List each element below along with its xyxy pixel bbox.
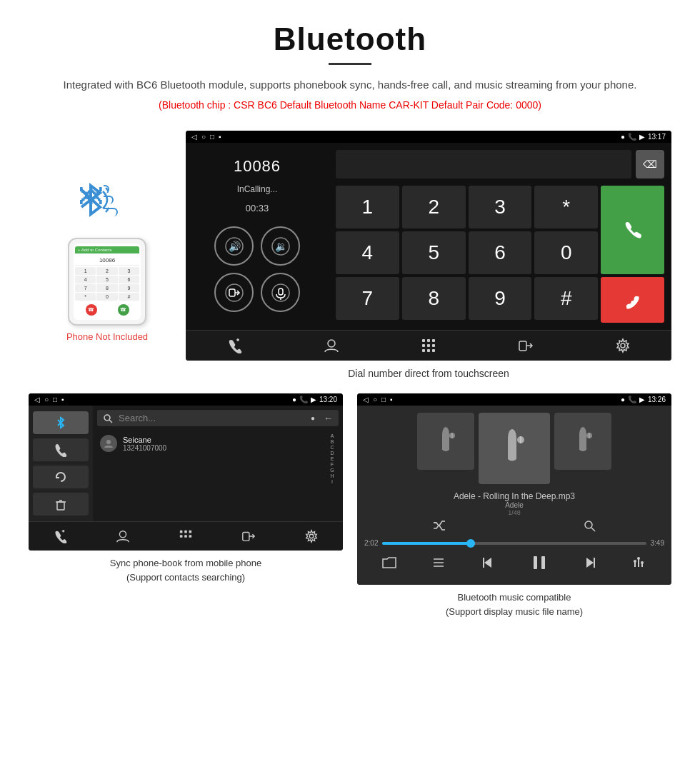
toolbar-contacts-icon[interactable] (324, 338, 339, 353)
pb-notif-icon[interactable]: ▪ (61, 396, 64, 403)
phone-key-0[interactable]: 0 (96, 293, 117, 301)
pb-toolbar-transfer[interactable] (241, 529, 256, 543)
toolbar-recent-icon[interactable] (226, 338, 242, 353)
phonebook-search-bar[interactable]: Search... ● ← (97, 410, 339, 426)
phone-column: ⯵ + Add to Contacts 10086 (29, 131, 186, 342)
dialer-input-field[interactable] (336, 150, 631, 179)
toolbar-keypad-icon[interactable] (421, 338, 436, 353)
key-8[interactable]: 8 (402, 277, 466, 320)
toolbar-transfer-icon[interactable] (518, 338, 534, 353)
volume-up-button[interactable]: 🔊 (214, 226, 254, 266)
folder-icon[interactable] (382, 556, 396, 573)
music-status-right: ● 📞 ▶ 13:26 (621, 396, 666, 403)
key-6[interactable]: 6 (469, 231, 532, 274)
phone-key-star[interactable]: * (75, 293, 96, 301)
svg-rect-13 (432, 339, 435, 342)
svg-rect-15 (427, 344, 430, 347)
pb-toolbar-recent[interactable] (53, 529, 67, 543)
pb-refresh-icon[interactable] (33, 466, 89, 488)
phone-key-5[interactable]: 5 (96, 276, 117, 283)
svg-rect-18 (427, 349, 430, 352)
contact-info: Seicane 13241007000 (123, 436, 166, 452)
pb-home-icon[interactable]: ○ (44, 396, 49, 403)
recents-icon[interactable]: □ (210, 133, 214, 141)
pb-back-icon[interactable]: ◁ (34, 396, 40, 403)
key-5[interactable]: 5 (402, 231, 466, 274)
backspace-button[interactable]: ⌫ (636, 150, 664, 179)
key-1[interactable]: 1 (336, 186, 399, 228)
end-call-button[interactable] (601, 277, 664, 323)
pb-contact-item[interactable]: Seicane 13241007000 (97, 431, 326, 456)
svg-rect-34 (184, 535, 187, 538)
key-3[interactable]: 3 (469, 186, 532, 228)
pb-bluetooth-icon[interactable] (33, 411, 89, 434)
notification-icon[interactable]: ▪ (219, 133, 221, 141)
pb-delete-icon[interactable] (33, 493, 89, 516)
phone-key-8[interactable]: 8 (96, 284, 117, 292)
dialer-number-display: 10086 (234, 157, 281, 176)
page-description: Integrated with BC6 Bluetooth module, su… (43, 76, 657, 94)
equalizer-icon[interactable] (632, 556, 646, 573)
key-2[interactable]: 2 (402, 186, 466, 228)
specs-text: (Bluetooth chip : CSR BC6 Default Blueto… (159, 99, 541, 111)
pb-toolbar-settings[interactable] (304, 529, 319, 543)
music-current-time: 2:02 (364, 539, 378, 547)
phone-key-4[interactable]: 4 (75, 276, 96, 283)
prev-icon[interactable] (481, 556, 495, 573)
music-home-icon[interactable]: ○ (373, 396, 377, 403)
svg-line-50 (591, 528, 595, 531)
music-phone-icon: 📞 (628, 396, 636, 403)
key-7[interactable]: 7 (336, 277, 399, 320)
pb-phone-sidebar-icon[interactable] (33, 438, 89, 461)
back-icon[interactable]: ◁ (191, 133, 197, 141)
music-recents-icon[interactable]: □ (381, 396, 386, 403)
key-hash[interactable]: # (534, 277, 598, 320)
phone-key-2[interactable]: 2 (96, 267, 117, 275)
music-search-icon[interactable] (583, 519, 596, 535)
list-icon[interactable] (431, 556, 446, 573)
phone-key-1[interactable]: 1 (75, 267, 96, 275)
shuffle-icon[interactable] (433, 519, 446, 535)
progress-track[interactable] (382, 542, 646, 545)
svg-point-26 (104, 415, 110, 421)
pb-status-left: ◁ ○ □ ▪ (34, 396, 64, 403)
pb-toolbar-keypad[interactable] (179, 529, 193, 543)
home-icon[interactable]: ○ (201, 133, 206, 141)
music-back-icon[interactable]: ◁ (363, 396, 369, 403)
next-icon[interactable] (583, 556, 597, 573)
pb-phone-icon: 📞 (299, 396, 308, 403)
phone-key-3[interactable]: 3 (119, 267, 139, 275)
contact-number: 13241007000 (123, 444, 166, 452)
transfer-button[interactable] (214, 273, 254, 312)
music-caption-line1: Bluetooth music compatible (458, 592, 571, 603)
pb-toolbar-contacts[interactable] (116, 529, 130, 543)
mute-button[interactable] (261, 273, 300, 312)
phone-key-hash[interactable]: # (119, 293, 139, 301)
music-status-left: ◁ ○ □ ▪ (363, 396, 393, 403)
key-4[interactable]: 4 (336, 231, 399, 274)
pb-recents-icon[interactable]: □ (53, 396, 57, 403)
svg-point-4 (226, 284, 243, 301)
volume-down-button[interactable]: 🔉 (261, 226, 300, 266)
phone-key-9[interactable]: 9 (119, 284, 139, 292)
back-arrow[interactable]: ← (324, 413, 333, 423)
key-9[interactable]: 9 (469, 277, 532, 320)
phone-key-6[interactable]: 6 (119, 276, 139, 283)
toolbar-settings-icon[interactable] (615, 338, 631, 353)
key-0[interactable]: 0 (534, 231, 598, 274)
phone-call-button[interactable]: ☎ (118, 304, 129, 316)
phone-end-button[interactable]: ☎ (86, 304, 97, 316)
progress-thumb[interactable] (466, 539, 475, 548)
phone-bottom-buttons: ☎ ☎ (75, 303, 139, 317)
phone-key-7[interactable]: 7 (75, 284, 96, 292)
play-pause-icon[interactable] (531, 554, 548, 575)
key-star[interactable]: * (534, 186, 598, 228)
call-button[interactable] (601, 186, 664, 274)
pb-location-icon: ● (292, 396, 296, 403)
music-item: ◁ ○ □ ▪ ● 📞 ▶ 13:26 (357, 393, 671, 618)
music-notif-icon[interactable]: ▪ (390, 396, 393, 403)
svg-point-65 (641, 561, 644, 564)
pb-status-right: ● 📞 ▶ 13:20 (292, 396, 337, 403)
svg-rect-12 (427, 339, 430, 342)
progress-fill (382, 542, 474, 545)
